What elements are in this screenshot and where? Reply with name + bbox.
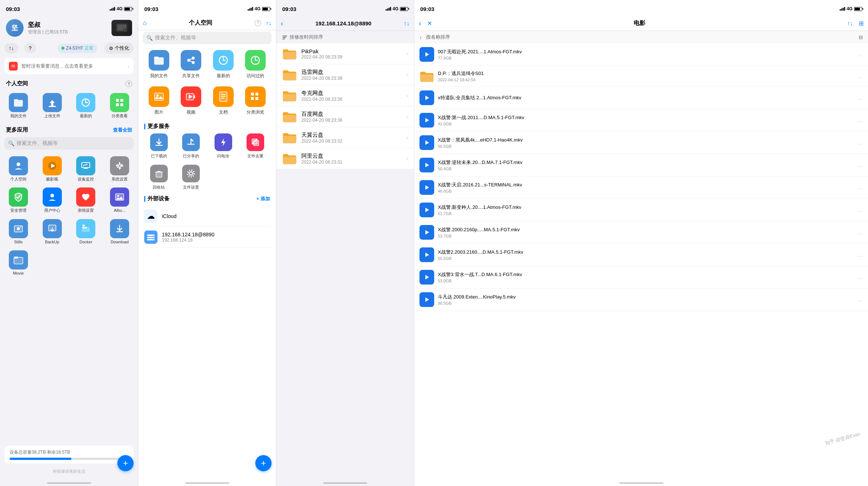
fab-2[interactable]: +: [255, 455, 272, 471]
p2-docs[interactable]: 文档: [209, 86, 238, 115]
p2-shared[interactable]: 共享文件: [177, 50, 206, 79]
app-stills[interactable]: Stills: [3, 217, 34, 247]
file-item[interactable]: X战警3:背水一战.T...D.MA.6.1-FGT.mkv 53.0GB …: [414, 266, 868, 289]
folder-item[interactable]: 天翼云盘 2022-04-20 08:23:32 ›: [276, 127, 414, 148]
p4-back-btn[interactable]: ‹: [419, 19, 421, 28]
svg-line-39: [190, 61, 192, 62]
more-icon[interactable]: …: [857, 184, 863, 191]
more-icon[interactable]: …: [857, 51, 863, 58]
file-info: X战警:逆转未来.20...D.MA.7.1-FGT.mkv 50.4GB: [438, 159, 853, 171]
app-docker[interactable]: Docker: [71, 217, 102, 247]
search-bar-1[interactable]: 🔍 搜索文件、视频等: [4, 137, 134, 150]
more-icon[interactable]: …: [857, 73, 863, 79]
folder-item[interactable]: 阿里云盘 2022-04-20 08:23:31 ›: [276, 148, 414, 169]
svg-point-12: [17, 162, 20, 166]
more-icon[interactable]: …: [857, 117, 863, 124]
p3-sort-icon[interactable]: ↑↓: [404, 20, 410, 27]
svc-dedup[interactable]: 文件去重: [241, 133, 270, 159]
p2-recent[interactable]: 最新的: [209, 50, 238, 79]
p3-back-btn[interactable]: ‹: [281, 19, 283, 28]
app-grid-3: Stills BackUp Docker: [0, 217, 138, 248]
svc-flash[interactable]: 闪电传: [209, 133, 238, 159]
folder-item[interactable]: 迅雷网盘 2022-04-20 08:23:38 ›: [276, 64, 414, 85]
upload-label: 上传文件: [44, 114, 60, 118]
status-dot: [61, 47, 64, 50]
app-system-settings[interactable]: 系统设置: [104, 154, 135, 184]
file-item[interactable]: X战警:第一战.2011....D.MA.5.1-FGT.mkv 42.0GB …: [414, 109, 868, 132]
app-albu[interactable]: Albu...: [104, 185, 135, 215]
personal-btn[interactable]: ⚙ 个性化: [104, 43, 134, 54]
app-family[interactable]: 亲情设置: [71, 185, 102, 215]
svg-marker-77: [425, 118, 429, 122]
svc-recycle[interactable]: 回收站: [144, 165, 174, 190]
app-extreme-player[interactable]: 极影视: [37, 154, 68, 184]
signal-icon-1: [110, 7, 115, 11]
grid-categories[interactable]: 分类查看: [104, 91, 135, 121]
file-item[interactable]: x特遣队:全员集结.2...1.Atmos-FGT.mkv …: [414, 87, 868, 109]
p2-home-icon[interactable]: ⌂: [143, 19, 147, 27]
file-item[interactable]: X战警:天启.2016.21...s-TERMiNAL.mkv 46.6GB …: [414, 176, 868, 199]
svc-downloaded[interactable]: 已下载的: [144, 133, 174, 159]
view-all-btn[interactable]: 查看全部: [113, 127, 132, 133]
p2-visited[interactable]: 访问过的: [241, 50, 270, 79]
ext-add-btn[interactable]: + 添加: [256, 196, 270, 202]
ext-nas[interactable]: 192.168.124.18@8890 192.168.124.18: [144, 227, 270, 248]
toolbar-row: ↑↓ ? Z4-53YF 正常 ⚙ 个性化: [0, 41, 138, 57]
notify-btn[interactable]: ↑↓: [4, 43, 18, 53]
play-icon: [419, 180, 434, 195]
p2-photos[interactable]: 图片: [144, 86, 174, 115]
search-bar-2[interactable]: 🔍 搜索文件、视频等: [143, 32, 272, 44]
file-item[interactable]: X战警:新变种人.20....1.Atmos-FGT.mkv 51.7GB …: [414, 199, 868, 221]
file-item[interactable]: 斗凡达.2009.Exten....KinoPlay.5.mkv 90.5GB …: [414, 289, 868, 311]
file-item[interactable]: 007:无暇赴死.2021....1.Atmos-FGT.mkv 77.9GB …: [414, 43, 868, 66]
app-movie[interactable]: Movie: [3, 248, 34, 278]
file-item[interactable]: X战警：黑凤凰4k....eHD7.1-Hao4K.mkv 50.5GB …: [414, 132, 868, 154]
p2-sort-icon[interactable]: ↑↓: [266, 20, 272, 26]
app-backup[interactable]: BackUp: [37, 217, 68, 247]
p2-video[interactable]: 视频: [177, 86, 206, 115]
help-btn[interactable]: ?: [24, 43, 36, 53]
grid-recent[interactable]: 最新的: [71, 91, 102, 121]
home-bar-3: [276, 476, 414, 486]
folder-item[interactable]: 百度网盘 2022-04-20 08:23:36 ›: [276, 106, 414, 127]
msg-banner[interactable]: ✉ 暂时没有重要消息，点击查看更多 ›: [4, 58, 134, 74]
more-icon[interactable]: …: [857, 162, 863, 168]
file-item[interactable]: D.P.：逃兵追缉令S01 2022-04-12 18:42:54 …: [414, 66, 868, 87]
fab-1[interactable]: +: [117, 455, 134, 471]
grid-my-files[interactable]: 我的文件: [3, 91, 34, 121]
app-device-monitor[interactable]: 设备监控: [71, 154, 102, 184]
more-icon[interactable]: …: [857, 274, 863, 280]
p4-sort-icon[interactable]: ↑↓: [847, 20, 853, 27]
app-user-center[interactable]: 用户中心: [37, 185, 68, 215]
chevron-icon: ›: [406, 51, 408, 57]
more-icon[interactable]: …: [857, 207, 863, 213]
more-icon[interactable]: …: [857, 94, 863, 101]
file-item[interactable]: X战警2.2003.2160....D.MA.5.1-FGT.mkv 55.5G…: [414, 244, 868, 266]
more-icon[interactable]: …: [857, 229, 863, 236]
mail-icon: ✉: [9, 62, 18, 71]
file-item[interactable]: X战警:逆转未来.20...D.MA.7.1-FGT.mkv 50.4GB …: [414, 154, 868, 176]
folder-item[interactable]: 夸克网盘 2022-04-20 08:23:36 ›: [276, 85, 414, 106]
folder-item[interactable]: PikPak 2022-04-20 08:23:39 ›: [276, 43, 414, 64]
p4-grid-toggle-icon[interactable]: ⊟: [859, 35, 863, 40]
battery-icon-3: [400, 7, 408, 11]
file-item[interactable]: X战警.2000.2160p.....MA.5.1-FGT.mkv 53.7GB…: [414, 221, 868, 244]
more-icon[interactable]: …: [857, 139, 863, 146]
svc-shared[interactable]: 已分享的: [177, 133, 206, 159]
p4-grid-icon[interactable]: ⊞: [859, 20, 864, 27]
file-info: X战警.2000.2160p.....MA.5.1-FGT.mkv 53.7GB: [438, 226, 853, 238]
folder-info: 迅雷网盘 2022-04-20 08:23:38: [301, 69, 402, 81]
grid-upload[interactable]: 上传文件: [37, 91, 68, 121]
p2-my-files[interactable]: 我的文件: [144, 50, 174, 79]
svc-file-settings[interactable]: 文件设置: [177, 165, 206, 190]
p2-browse[interactable]: 分类浏览: [241, 86, 270, 115]
app-personal-space[interactable]: 个人空间: [3, 154, 34, 184]
more-icon[interactable]: …: [857, 251, 863, 258]
app-security[interactable]: 安全管理: [3, 185, 34, 215]
more-icon[interactable]: …: [857, 296, 863, 303]
p4-close-btn[interactable]: ✕: [427, 20, 432, 27]
status-icons-2: 4G: [248, 6, 270, 11]
svg-marker-76: [425, 96, 429, 100]
app-download[interactable]: Download: [104, 217, 135, 247]
ext-icloud[interactable]: ☁ iCloud: [144, 206, 270, 227]
